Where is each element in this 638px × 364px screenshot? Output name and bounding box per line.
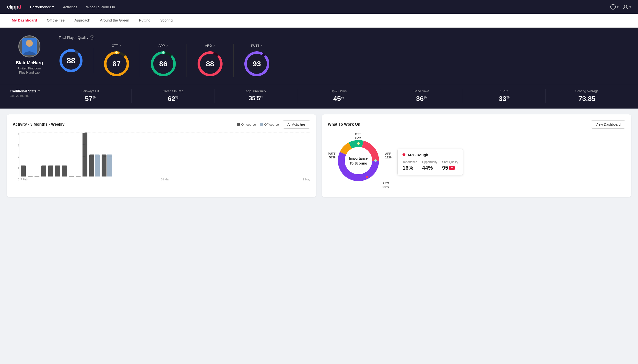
ring-app: APP ↗ 86: [140, 44, 187, 77]
tab-off-the-tee[interactable]: Off the Tee: [42, 14, 70, 28]
svg-point-12: [115, 51, 118, 54]
bar-chart: 4 3 2 1 0: [13, 132, 310, 188]
ring-arg: ARG ↗ 88: [187, 44, 234, 77]
tpq-label: Total Player Quality ?: [59, 36, 628, 40]
add-button[interactable]: ▾: [610, 4, 619, 10]
stats-label-area: Traditional Stats ? Last 20 rounds: [10, 89, 49, 98]
all-activities-button[interactable]: All Activities: [283, 120, 310, 128]
stat-up-and-down: Up & Down 45%: [297, 89, 380, 103]
legend-off-course-dot: [260, 123, 263, 126]
donut-label-app: APP 12%: [385, 152, 391, 159]
stats-title: Traditional Stats ?: [10, 89, 49, 93]
activity-card-title: Activity - 3 Months - Weekly: [13, 122, 64, 127]
svg-point-6: [26, 40, 33, 46]
stat-1-putt: 1 Putt 33%: [463, 89, 546, 103]
donut-center-text: ImportanceTo Scoring: [349, 156, 367, 166]
ring-app-label: APP ↗: [158, 44, 168, 48]
player-country: United Kingdom: [18, 66, 41, 70]
activity-card: Activity - 3 Months - Weekly On course O…: [7, 114, 316, 197]
ring-putt-value: 93: [253, 60, 261, 68]
stat-scoring-average: Scoring Average 73.85: [546, 89, 628, 103]
player-info: Blair McHarg United Kingdom Plus Handica…: [10, 36, 49, 74]
legend-on-course-dot: [237, 123, 240, 126]
scores-area: Total Player Quality ? 88: [59, 36, 628, 77]
tab-approach[interactable]: Approach: [70, 14, 95, 28]
nav-what-to-work-on[interactable]: What To Work On: [86, 5, 115, 9]
shot-quality-badge: ▼: [449, 166, 455, 170]
help-icon[interactable]: ?: [90, 36, 94, 40]
ring-putt: PUTT ↗ 93: [234, 44, 280, 77]
stat-items: Fairways Hit 57% Greens In Reg 62% App. …: [49, 89, 628, 103]
user-menu-button[interactable]: ▾: [622, 4, 631, 10]
ring-arg-value: 88: [206, 60, 214, 68]
legend-off-course: Off course: [260, 123, 279, 126]
logo[interactable]: clippd: [7, 4, 21, 10]
ring-total: 88: [59, 48, 93, 73]
svg-point-21: [256, 51, 258, 54]
tooltip-metrics: Importance 16% Opportunity 44% Shot Qual…: [402, 160, 458, 171]
ring-putt-svg: 93: [243, 50, 270, 77]
tooltip-dot: [402, 153, 405, 156]
stat-fairways-hit: Fairways Hit 57%: [49, 89, 132, 103]
tab-scoring[interactable]: Scoring: [155, 14, 177, 28]
ring-total-value: 88: [67, 56, 75, 65]
player-handicap: Plus Handicap: [19, 71, 40, 74]
tab-my-dashboard[interactable]: My Dashboard: [7, 14, 42, 28]
svg-point-27: [357, 142, 360, 145]
work-on-card-header: What To Work On View Dashboard: [328, 120, 625, 128]
player-name: Blair McHarg: [16, 60, 43, 66]
stat-app-proximity: App. Proximity 35'5": [215, 89, 297, 103]
svg-point-3: [624, 5, 626, 7]
ring-app-svg: 86: [150, 50, 177, 77]
donut-label-putt: PUTT 57%: [328, 152, 335, 159]
tooltip-card: ARG Rough Importance 16% Opportunity 44%…: [397, 149, 463, 175]
activity-card-header: Activity - 3 Months - Weekly On course O…: [13, 120, 310, 128]
tabs-bar: My Dashboard Off the Tee Approach Around…: [0, 14, 638, 28]
ring-ott-svg: 87: [103, 50, 130, 77]
top-navigation: clippd Performance ▾ Activities What To …: [0, 0, 638, 14]
work-on-card-title: What To Work On: [328, 122, 360, 127]
nav-right: ▾ ▾: [610, 4, 631, 10]
nav-activities[interactable]: Activities: [63, 5, 77, 9]
tooltip-title: ARG Rough: [407, 153, 428, 157]
tooltip-header: ARG Rough: [402, 153, 458, 157]
svg-point-29: [366, 176, 368, 178]
donut-area: OTT 10% APP 12% ARG 21% PUTT 57%: [328, 132, 625, 191]
legend-on-course: On course: [237, 123, 256, 126]
ring-arg-label: ARG ↗: [205, 44, 215, 48]
chart-legend: On course Off course: [237, 123, 279, 126]
ring-arg-svg: 88: [196, 50, 224, 77]
stats-help-icon[interactable]: ?: [38, 89, 40, 93]
work-on-card: What To Work On View Dashboard OTT 10% A…: [322, 114, 631, 197]
donut-label-arg: ARG 21%: [382, 182, 389, 189]
tooltip-metric-opportunity: Opportunity 44%: [422, 160, 437, 171]
svg-point-9: [70, 50, 72, 52]
stats-bar: Traditional Stats ? Last 20 rounds Fairw…: [0, 84, 638, 108]
tooltip-metric-importance: Importance 16%: [402, 160, 417, 171]
stats-subtitle: Last 20 rounds: [10, 94, 49, 98]
tooltip-metric-shot-quality: Shot Quality 95 ▼: [442, 160, 458, 171]
avatar: [18, 36, 40, 58]
hero-section: Blair McHarg United Kingdom Plus Handica…: [0, 28, 638, 84]
svg-point-18: [209, 51, 211, 54]
bottom-section: Activity - 3 Months - Weekly On course O…: [0, 108, 638, 203]
tab-putting[interactable]: Putting: [134, 14, 155, 28]
stat-sand-save: Sand Save 36%: [380, 89, 463, 103]
svg-point-28: [374, 160, 377, 162]
ring-ott-value: 87: [112, 60, 120, 68]
ring-total-svg: 88: [59, 48, 83, 73]
score-rings: 88 OTT ↗ 87: [59, 44, 628, 77]
ring-ott: OTT ↗ 87: [93, 44, 140, 77]
ring-app-value: 86: [159, 60, 167, 68]
tab-around-the-green[interactable]: Around the Green: [95, 14, 134, 28]
chevron-down-icon: ▾: [52, 5, 54, 9]
stat-greens-in-reg: Greens In Reg 62%: [132, 89, 215, 103]
ring-putt-label: PUTT ↗: [251, 44, 263, 48]
ring-ott-label: OTT ↗: [112, 44, 121, 48]
donut-container: OTT 10% APP 12% ARG 21% PUTT 57%: [328, 132, 391, 191]
nav-left: clippd Performance ▾ Activities What To …: [7, 4, 115, 10]
view-dashboard-button[interactable]: View Dashboard: [591, 120, 625, 128]
nav-performance[interactable]: Performance ▾: [30, 5, 54, 9]
svg-point-15: [162, 51, 164, 54]
